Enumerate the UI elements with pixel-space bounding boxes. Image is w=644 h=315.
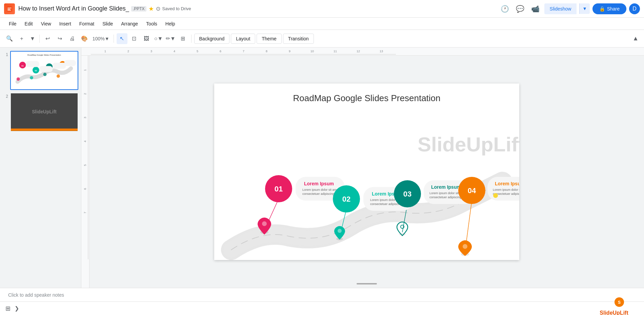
toolbar-separator-3 — [191, 35, 192, 43]
expand-panel-button[interactable]: ❯ — [15, 305, 19, 312]
slideshow-button[interactable]: Slideshow — [544, 3, 577, 14]
bottom-bar: ⊞ ❯ S SlideUpLift Your Presentation Part… — [0, 301, 644, 315]
shapes-button[interactable]: ○▼ — [153, 33, 164, 44]
svg-text:S: S — [618, 300, 621, 305]
search-button[interactable]: 🔍 — [4, 33, 15, 44]
share-button[interactable]: 🔒 Share — [592, 3, 626, 14]
file-badge: .PPTX — [131, 6, 146, 12]
svg-point-16 — [43, 73, 47, 76]
menu-edit[interactable]: Edit — [21, 20, 36, 28]
select-area-button[interactable]: ⊡ — [129, 33, 140, 44]
svg-text:1: 1 — [104, 50, 106, 53]
svg-point-17 — [57, 74, 60, 78]
slide-item-1[interactable]: 1 RoadMap Google Slides Presentation 01 … — [3, 51, 78, 90]
slide-number-2: 2 — [3, 93, 8, 99]
zoom-percent-button[interactable]: 100%▼ — [91, 33, 111, 44]
svg-text:7: 7 — [243, 50, 244, 53]
svg-text:01: 01 — [21, 65, 24, 67]
title-right: 🕐 💬 📹 Slideshow ▼ 🔒 Share D — [499, 3, 640, 15]
drive-icon[interactable]: ⊙ — [156, 5, 160, 12]
saved-status: Saved to Drive — [162, 6, 191, 11]
add-button[interactable]: ⊞ — [178, 33, 188, 44]
insert-image-button[interactable]: 🖼 — [141, 33, 152, 44]
select-button[interactable]: ↖ — [117, 33, 127, 44]
collapse-toolbar-button[interactable]: ▲ — [631, 34, 640, 43]
line-button[interactable]: ✏▼ — [165, 33, 176, 44]
slide-thumbnail-2[interactable]: SlideUpLift — [10, 93, 78, 132]
svg-rect-21 — [64, 60, 76, 66]
speaker-notes-placeholder: Click to add speaker notes — [8, 292, 64, 298]
svg-text:2: 2 — [83, 93, 87, 95]
doc-title: How to Insert Word Art in Google Slides_… — [18, 5, 495, 13]
slide-canvas[interactable]: RoadMap Google Slides Presentation Slide… — [214, 84, 519, 260]
slide-thumbnail-1[interactable]: RoadMap Google Slides Presentation 01 02… — [10, 51, 78, 90]
slideshow-dropdown-button[interactable]: ▼ — [579, 3, 589, 14]
logo-main-text: SlideUpLift — [600, 310, 639, 315]
slides-panel: 1 RoadMap Google Slides Presentation 01 … — [0, 48, 81, 288]
cursor-dot — [493, 193, 498, 198]
svg-text:Lorem ipsum dolor sit amet,: Lorem ipsum dolor sit amet, — [493, 188, 519, 191]
menu-view[interactable]: View — [38, 20, 55, 28]
doc-title-text: How to Insert Word Art in Google Slides_ — [18, 5, 129, 12]
svg-point-74 — [463, 244, 467, 249]
zoom-add-button[interactable]: + — [16, 33, 27, 44]
layout-button[interactable]: Layout — [231, 34, 255, 44]
main-area: 1 RoadMap Google Slides Presentation 01 … — [0, 48, 644, 288]
svg-text:Lorem Ipsum: Lorem Ipsum — [495, 181, 519, 186]
top-ruler: 1 2 3 4 5 6 7 8 9 10 11 12 13 — [81, 48, 644, 56]
slide-thumb-inner-1: RoadMap Google Slides Presentation 01 02… — [11, 52, 78, 89]
svg-text:12: 12 — [357, 50, 360, 53]
svg-text:Lorem Ipsum: Lorem Ipsum — [304, 181, 334, 186]
print-button[interactable]: 🖨 — [67, 33, 78, 44]
svg-text:8: 8 — [266, 50, 267, 53]
redo-button[interactable]: ↪ — [55, 33, 65, 44]
share-label: Share — [607, 6, 620, 12]
svg-point-15 — [30, 76, 33, 79]
slide-canvas-area[interactable]: RoadMap Google Slides Presentation Slide… — [89, 56, 644, 288]
slide-2-content: SlideUpLift — [11, 93, 78, 131]
svg-rect-2 — [7, 9, 10, 10]
comments-icon[interactable]: 💬 — [514, 3, 526, 15]
menu-format[interactable]: Format — [76, 20, 98, 28]
toolbar-separator-2 — [114, 35, 114, 43]
grid-view-button[interactable]: ⊞ — [5, 305, 11, 312]
svg-text:5: 5 — [197, 50, 198, 53]
file-title-area: How to Insert Word Art in Google Slides_… — [18, 5, 495, 13]
svg-text:5: 5 — [83, 164, 87, 166]
svg-text:01: 01 — [275, 185, 283, 193]
svg-rect-19 — [39, 66, 53, 72]
undo-button[interactable]: ↩ — [42, 33, 53, 44]
paint-format-button[interactable]: 🎨 — [79, 33, 90, 44]
theme-button[interactable]: Theme — [257, 34, 282, 44]
history-icon[interactable]: 🕐 — [499, 3, 511, 15]
present-options-icon[interactable]: 📹 — [529, 3, 542, 15]
menu-help[interactable]: Help — [162, 20, 179, 28]
toolbar: 🔍 + ▼ ↩ ↪ 🖨 🎨 100%▼ ↖ ⊡ 🖼 ○▼ ✏▼ ⊞ Backgr… — [0, 30, 644, 48]
slide-item-2[interactable]: 2 SlideUpLift — [3, 93, 78, 132]
svg-point-70 — [338, 229, 342, 233]
user-avatar[interactable]: D — [629, 3, 640, 14]
zoom-menu-button[interactable]: ▼ — [28, 33, 37, 44]
svg-text:4: 4 — [83, 141, 87, 142]
svg-text:9: 9 — [289, 50, 290, 53]
svg-text:13: 13 — [380, 50, 383, 53]
svg-text:10: 10 — [310, 50, 314, 53]
slideuplift-logo: S SlideUpLift Your Presentation Partner — [600, 297, 639, 315]
slideuplift-logo-icon: S — [614, 297, 624, 307]
svg-text:4: 4 — [174, 50, 175, 53]
menu-file[interactable]: File — [5, 20, 20, 28]
svg-rect-24 — [11, 128, 78, 131]
menu-arrange[interactable]: Arrange — [118, 20, 141, 28]
speaker-notes[interactable]: Click to add speaker notes — [0, 288, 644, 301]
menu-insert[interactable]: Insert — [56, 20, 75, 28]
transition-button[interactable]: Transition — [283, 34, 314, 44]
menu-tools[interactable]: Tools — [143, 20, 161, 28]
svg-text:11: 11 — [334, 50, 337, 53]
left-ruler: 1 2 3 4 5 6 7 — [81, 56, 89, 288]
background-button[interactable]: Background — [194, 34, 230, 44]
star-icon[interactable]: ★ — [148, 5, 154, 13]
ruler-area: 1 2 3 4 5 6 7 8 9 10 11 12 13 1 2 — [81, 48, 644, 288]
menu-slide[interactable]: Slide — [99, 20, 116, 28]
svg-text:04: 04 — [468, 186, 476, 195]
svg-text:7: 7 — [83, 212, 87, 214]
